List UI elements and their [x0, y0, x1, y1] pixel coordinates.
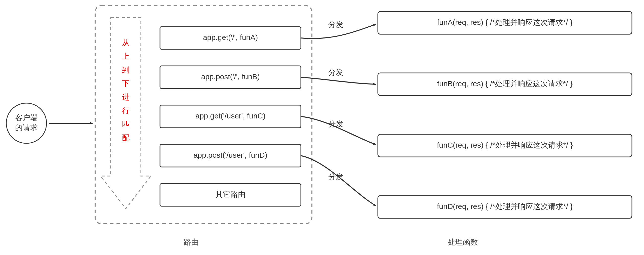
dispatch-label-0: 分发 — [328, 20, 343, 29]
dispatch-label-1: 分发 — [328, 68, 343, 76]
matching-char-2: 到 — [122, 66, 130, 74]
matching-char-4: 进 — [122, 93, 130, 101]
matching-label: 从 上 到 下 进 行 匹 配 — [122, 38, 130, 142]
matching-char-3: 下 — [122, 79, 130, 88]
client-text-line1: 客户端 — [15, 113, 38, 122]
route-text-1: app.post('/', funB) — [201, 72, 260, 81]
matching-char-6: 匹 — [122, 120, 130, 128]
matching-char-7: 配 — [122, 134, 130, 142]
handler-box-1: funB(req, res) { /*处理并响应这次请求*/ } — [378, 73, 632, 96]
handler-text-0: funA(req, res) { /*处理并响应这次请求*/ } — [437, 18, 573, 26]
handler-box-0: funA(req, res) { /*处理并响应这次请求*/ } — [378, 12, 632, 34]
handler-box-3: funD(req, res) { /*处理并响应这次请求*/ } — [378, 196, 632, 218]
handler-box-2: funC(req, res) { /*处理并响应这次请求*/ } — [378, 134, 632, 157]
route-box-0: app.get('/', funA) — [160, 27, 301, 49]
route-box-1: app.post('/', funB) — [160, 66, 301, 89]
matching-char-0: 从 — [122, 38, 130, 47]
dispatch-label-2: 分发 — [328, 120, 343, 128]
handler-text-2: funC(req, res) { /*处理并响应这次请求*/ } — [437, 141, 573, 149]
route-text-4: 其它路由 — [215, 190, 246, 198]
client-request-node: 客户端 的请求 — [6, 103, 47, 143]
handler-text-3: funD(req, res) { /*处理并响应这次请求*/ } — [437, 202, 573, 210]
client-text-line2: 的请求 — [15, 123, 38, 132]
caption-handlers: 处理函数 — [448, 238, 478, 246]
route-box-4: 其它路由 — [160, 184, 301, 206]
svg-point-0 — [6, 103, 47, 143]
route-text-0: app.get('/', funA) — [203, 33, 258, 41]
matching-char-5: 行 — [122, 106, 130, 115]
route-box-2: app.get('/user', funC) — [160, 105, 301, 128]
route-text-3: app.post('/user', funD) — [193, 151, 267, 159]
caption-routes: 路由 — [184, 238, 199, 246]
route-box-3: app.post('/user', funD) — [160, 144, 301, 167]
handler-text-1: funB(req, res) { /*处理并响应这次请求*/ } — [437, 79, 573, 88]
route-text-2: app.get('/user', funC) — [195, 112, 265, 120]
dispatch-label-3: 分发 — [328, 173, 343, 181]
matching-char-1: 上 — [122, 52, 130, 60]
